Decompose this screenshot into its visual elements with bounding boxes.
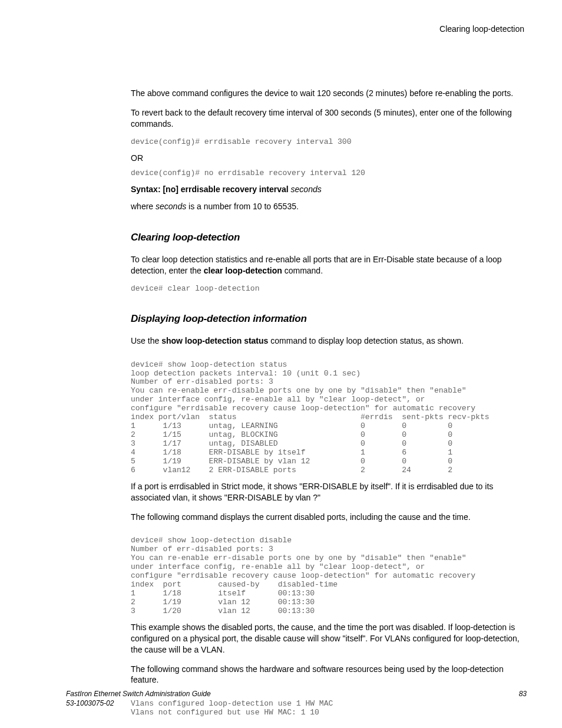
section-display-title: Displaying loop-detection information xyxy=(131,312,527,326)
page-footer: FastIron Ethernet Switch Administration … xyxy=(66,689,527,708)
page-header-topic: Clearing loop-detection xyxy=(131,24,527,35)
display-p1a: Use the xyxy=(131,336,161,345)
or-separator: OR xyxy=(131,153,527,164)
display-p1b: command to display loop detection status… xyxy=(268,336,464,345)
clearing-p1b: command. xyxy=(282,266,323,275)
code-clear-loop-detection: device# clear loop-detection xyxy=(131,285,527,294)
errdisable-mode-note: If a port is errdisabled in Strict mode,… xyxy=(131,481,527,503)
footer-page-number: 83 xyxy=(519,689,527,699)
code-errdisable-300: device(config)# errdisable recovery inte… xyxy=(131,138,527,147)
code-no-errdisable-120: device(config)# no errdisable recovery i… xyxy=(131,169,527,178)
hw-sw-resources-intro: The following command shows the hardware… xyxy=(131,664,527,686)
footer-title: FastIron Ethernet Switch Administration … xyxy=(66,689,211,699)
where-clause: where seconds is a number from 10 to 655… xyxy=(131,201,527,212)
where-suffix: is a number from 10 to 65535. xyxy=(186,202,299,211)
clearing-command: clear loop-detection xyxy=(204,266,282,275)
where-prefix: where xyxy=(131,202,156,211)
display-intro-paragraph: Use the show loop-detection status comma… xyxy=(131,335,527,347)
syntax-arg: seconds xyxy=(291,185,322,194)
clearing-paragraph: To clear loop detection statistics and r… xyxy=(131,254,527,276)
footer-left: FastIron Ethernet Switch Administration … xyxy=(66,689,211,708)
footer-docnum: 53-1003075-02 xyxy=(66,699,211,708)
where-arg: seconds xyxy=(156,202,186,211)
syntax-definition: Syntax: [no] errdisable recovery interva… xyxy=(131,184,527,195)
intro-paragraph-1: The above command configures the device … xyxy=(131,88,527,99)
syntax-prefix: Syntax: [no] errdisable recovery interva… xyxy=(131,185,291,194)
intro-paragraph-2: To revert back to the default recovery t… xyxy=(131,107,527,130)
disabled-ports-intro: The following command displays the curre… xyxy=(131,512,527,523)
example-explanation: This example shows the disabled ports, t… xyxy=(131,622,527,655)
display-command: show loop-detection status xyxy=(161,336,268,345)
section-clearing-title: Clearing loop-detection xyxy=(131,231,527,245)
code-show-disable: device# show loop-detection disable Numb… xyxy=(131,536,527,615)
code-show-status: device# show loop-detection status loop … xyxy=(131,361,527,475)
